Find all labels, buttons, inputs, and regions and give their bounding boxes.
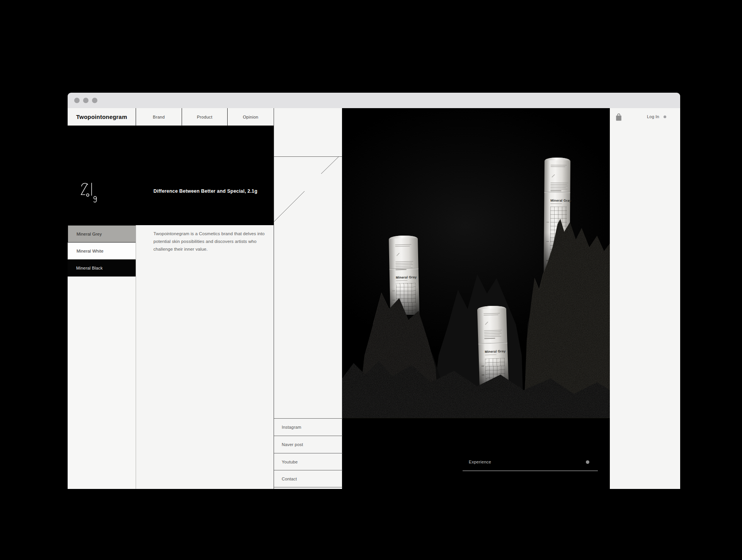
window-close-button[interactable] xyxy=(74,98,80,103)
description-line: potential skin possibilities and discove… xyxy=(153,238,265,245)
social-links-menu: Instagram Naver post Youtube Contact xyxy=(274,418,342,487)
nav-tab-opinion[interactable]: Opinion xyxy=(228,108,274,126)
description-line: challenge their inner value. xyxy=(153,245,265,253)
description-line: Twopointonegram is a Cosmetics brand tha… xyxy=(153,230,265,238)
product-hero-photo: Mineral Gray Mineral Gray Mineral Gray xyxy=(342,108,610,418)
link-youtube[interactable]: Youtube xyxy=(274,453,342,470)
window-minimize-button[interactable] xyxy=(83,98,88,103)
login-status-dot xyxy=(664,115,666,118)
two-point-one-gram-logo-icon xyxy=(78,181,102,203)
brand-logo-link[interactable]: Twopointonegram xyxy=(68,108,136,126)
link-contact[interactable]: Contact xyxy=(274,470,342,487)
sidebar-item-mineral-grey[interactable]: Mineral Grey xyxy=(68,225,136,243)
sidebar-item-mineral-black[interactable]: Mineral Black xyxy=(68,260,136,277)
experience-label: Experience xyxy=(469,460,491,464)
experience-link[interactable]: Experience xyxy=(463,456,598,473)
hero-panel: Difference Between Better and Special, 2… xyxy=(68,126,274,225)
sidebar-item-mineral-white[interactable]: Mineral White xyxy=(68,243,136,260)
link-instagram[interactable]: Instagram xyxy=(274,418,342,436)
brand-description-panel: Twopointonegram is a Cosmetics brand tha… xyxy=(136,225,274,489)
window-titlebar xyxy=(68,93,680,108)
right-panel: Log In xyxy=(610,108,680,489)
hero-tagline: Difference Between Better and Special, 2… xyxy=(153,188,257,194)
page-background: Twopointonegram Brand Product Opinion Di… xyxy=(0,0,742,560)
shopping-bag-icon[interactable] xyxy=(616,113,622,121)
main-navigation: Twopointonegram Brand Product Opinion xyxy=(68,108,274,126)
experience-underline xyxy=(463,470,598,471)
product-sidebar: Mineral Grey Mineral White Mineral Black xyxy=(68,225,136,489)
nav-tab-product[interactable]: Product xyxy=(182,108,228,126)
link-naver-post[interactable]: Naver post xyxy=(274,436,342,453)
rocks-front xyxy=(342,108,610,418)
browser-window: Twopointonegram Brand Product Opinion Di… xyxy=(68,93,680,489)
nav-tab-brand[interactable]: Brand xyxy=(136,108,182,126)
brand-description-text: Twopointonegram is a Cosmetics brand tha… xyxy=(153,230,265,253)
window-maximize-button[interactable] xyxy=(92,98,97,103)
experience-dot-icon xyxy=(586,460,589,464)
login-link[interactable]: Log In xyxy=(647,114,659,119)
middle-column: Instagram Naver post Youtube Contact xyxy=(274,108,342,489)
